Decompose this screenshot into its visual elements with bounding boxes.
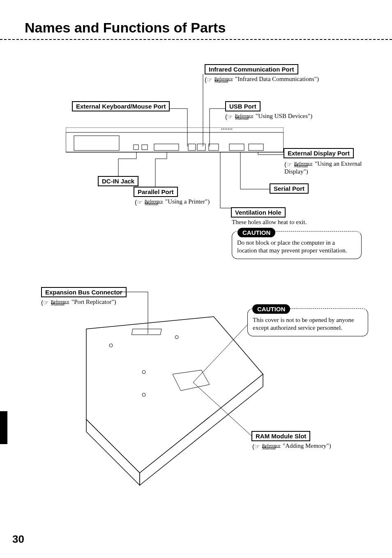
svg-rect-0 <box>66 132 284 152</box>
pointer-icon: (☞ <box>284 161 292 168</box>
pointer-icon: (☞ <box>41 299 48 306</box>
label-infrared-port: Infrared Communication Port <box>205 64 298 74</box>
laptop-bottom-diagram <box>49 313 279 493</box>
pointer-icon: (☞ <box>135 199 142 206</box>
label-dc-in-jack: DC-IN Jack <box>98 176 138 186</box>
ref-expansion: (☞ ReferenceManual "Port Replicator") <box>41 299 116 306</box>
laptop-rear-diagram <box>66 127 284 160</box>
ref-usb: (☞ ReferenceManual "Using USB Devices") <box>225 113 312 120</box>
svg-rect-22 <box>131 329 161 335</box>
caution-pill-ventilation: CAUTION <box>238 228 275 237</box>
label-serial-port: Serial Port <box>270 183 309 194</box>
ventilation-note: These holes allow heat to exit. <box>232 219 307 226</box>
label-usb-port: USB Port <box>225 101 261 111</box>
page-edge-tab <box>0 411 7 444</box>
ref-parallel: (☞ ReferenceManual "Using a Printer") <box>135 198 210 206</box>
pointer-icon: (☞ <box>252 443 260 450</box>
page-title: Names and Functions of Parts <box>25 20 226 36</box>
ref-infrared: (☞ ReferenceManual "Infrared Data Commun… <box>205 76 319 83</box>
page-number: 30 <box>12 533 24 546</box>
label-expansion-bus-connector: Expansion Bus Connector <box>41 287 127 297</box>
ref-external-display: (☞ ReferenceManual "Using an External Di… <box>284 160 367 175</box>
label-ram-module-slot: RAM Module Slot <box>251 431 310 441</box>
svg-rect-1 <box>66 127 284 132</box>
pointer-icon: (☞ <box>205 76 212 83</box>
title-underline <box>0 39 392 40</box>
pointer-icon: (☞ <box>225 113 233 120</box>
label-external-keyboard-mouse-port: External Keyboard/Mouse Port <box>72 101 170 111</box>
label-ventilation-hole: Ventilation Hole <box>231 207 286 218</box>
label-external-display-port: External Display Port <box>284 148 354 158</box>
ref-ram: (☞ ReferenceManual "Adding Memory") <box>252 442 331 450</box>
label-parallel-port: Parallel Port <box>134 187 178 197</box>
